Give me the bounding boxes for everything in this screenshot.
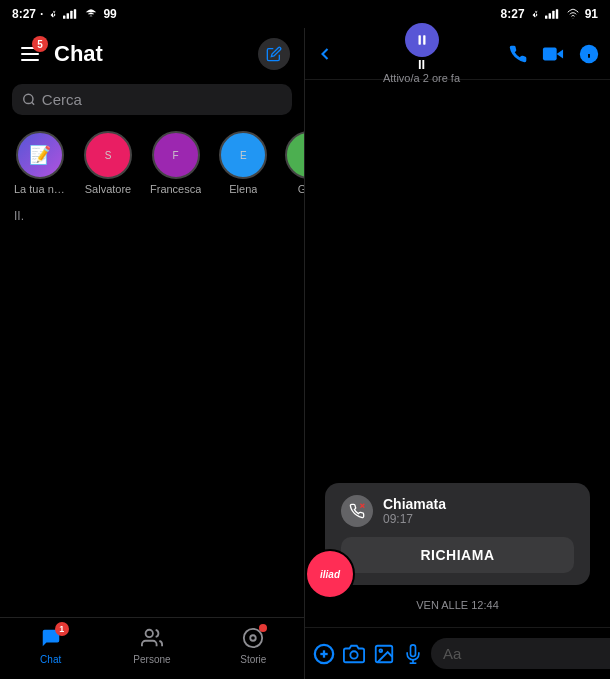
menu-button[interactable]: 5 [14,38,46,70]
nav-chat-icon-wrapper: 1 [37,624,65,652]
message-timestamp: VEN ALLE 12:44 [315,599,600,611]
svg-rect-1 [67,13,69,19]
contact-name: II [418,57,425,72]
story-avatar-salvatore: S [84,131,132,179]
left-header: 5 Chat [0,28,304,80]
mic-button[interactable] [403,644,423,664]
svg-point-11 [244,629,262,647]
wifi-icon-left [83,8,99,20]
contact-info[interactable]: II Attivo/a 2 ore fa [343,23,500,84]
edit-button[interactable] [258,38,290,70]
info-button[interactable] [578,43,600,65]
storie-nav-dot [259,624,267,632]
call-title: Chiamata [383,496,446,512]
svg-point-10 [146,630,153,637]
nav-item-storie[interactable]: Storie [203,624,304,665]
richiama-button[interactable]: RICHIAMA [341,537,574,573]
chat-list-body: II. [0,201,304,617]
bt-icon-right [529,8,541,20]
svg-point-25 [350,651,357,658]
mic-icon [403,644,423,664]
right-header: II Attivo/a 2 ore fa [305,28,610,80]
video-call-button[interactable] [542,43,564,65]
story-avatar-guid: G [285,131,304,179]
status-left: 8:27 · 99 [12,7,117,21]
story-label-francesca: Francesca [150,183,201,195]
story-label-salvatore: Salvatore [85,183,131,195]
call-info: Chiamata 09:17 [383,496,446,526]
chat-nav-badge: 1 [55,622,69,636]
story-item-salvatore[interactable]: S Salvatore [84,131,132,195]
search-bar[interactable] [12,84,292,115]
back-button[interactable] [315,44,335,64]
svg-point-8 [24,94,33,103]
svg-marker-15 [557,49,563,58]
story-item-guid[interactable]: G Guid [285,131,304,195]
missed-call-icon [349,503,365,519]
nav-storie-icon-wrapper [239,624,267,652]
search-icon [22,92,36,107]
svg-point-27 [379,649,382,652]
image-button[interactable] [373,643,395,665]
svg-rect-7 [555,9,557,19]
status-bar: 8:27 · 99 8:27 91 [0,0,610,28]
bt-icon-left [47,8,59,20]
info-icon [578,43,600,65]
nav-label-persone: Persone [133,654,170,665]
nav-item-chat[interactable]: 1 Chat [0,624,101,665]
nav-label-chat: Chat [40,654,61,665]
call-time: 09:17 [383,512,446,526]
phone-icon [508,44,528,64]
plus-icon [313,643,335,665]
chat-preview-icon: II. [0,205,304,227]
story-item-elena[interactable]: E Elena [219,131,267,195]
signal-icon-right [545,8,561,20]
call-popup-header: Chiamata 09:17 [341,495,574,527]
svg-rect-13 [418,35,420,44]
svg-rect-0 [63,16,65,19]
battery-right: 91 [585,7,598,21]
nav-item-persone[interactable]: Persone [101,624,202,665]
contact-avatar [405,23,439,57]
call-button[interactable] [508,44,528,64]
image-icon [373,643,395,665]
story-row: 📝 La tua nota S Salvatore F Francesca E … [0,125,304,201]
message-input[interactable] [431,638,610,669]
iliad-label: iliad [320,569,340,580]
nav-persone-icon-wrapper [138,624,166,652]
time-right: 8:27 [501,7,525,21]
right-panel: II Attivo/a 2 ore fa [305,28,610,679]
chat-badge: 5 [32,36,48,52]
signal-icon-left [63,8,79,20]
story-label-guid: Guid [298,183,304,195]
add-button[interactable] [313,643,335,665]
svg-rect-2 [71,11,73,19]
call-icon-circle [341,495,373,527]
iliad-bubble[interactable]: iliad [305,549,355,599]
screen-container: 5 Chat 📝 La tua nota S [0,28,610,679]
story-label-nota: La tua nota [14,183,66,195]
dot-left: · [40,7,43,21]
camera-button[interactable] [343,643,365,665]
svg-line-9 [32,102,35,105]
svg-point-12 [251,635,257,641]
messages-area: Chiamata 09:17 RICHIAMA VEN ALLE 12:44 [305,80,610,627]
story-avatar-nota: 📝 [16,131,64,179]
chat-title: Chat [54,41,258,67]
nav-label-storie: Storie [240,654,266,665]
svg-rect-5 [548,13,550,19]
input-bar [305,627,610,679]
time-left: 8:27 [12,7,36,21]
search-input[interactable] [42,91,282,108]
back-arrow-icon [315,44,335,64]
camera-icon [343,643,365,665]
svg-rect-14 [423,35,425,44]
call-popup: Chiamata 09:17 RICHIAMA [325,483,590,585]
svg-rect-6 [552,11,554,19]
story-label-elena: Elena [229,183,257,195]
video-icon [542,43,564,65]
svg-rect-16 [543,47,557,60]
story-item-francesca[interactable]: F Francesca [150,131,201,195]
bottom-nav: 1 Chat Persone [0,617,304,679]
story-item-nota[interactable]: 📝 La tua nota [14,131,66,195]
